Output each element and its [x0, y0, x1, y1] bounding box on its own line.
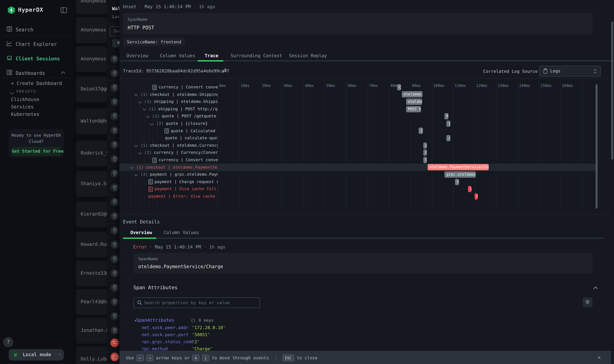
sidebar-item-search[interactable]: Search: [0, 24, 73, 35]
swap-arrows-icon[interactable]: [110, 338, 119, 347]
tab-trace[interactable]: Trace: [205, 53, 218, 58]
attribute-key[interactable]: net.sock.peer.addr: [142, 325, 188, 330]
gear-icon[interactable]: ⚙: [583, 298, 592, 307]
span-bar[interactable]: P: [444, 113, 448, 119]
location-pin-icon[interactable]: [110, 326, 119, 335]
location-pin-icon[interactable]: [110, 69, 119, 78]
row-chevron-down-icon[interactable]: [134, 92, 138, 96]
sidebar-collapse-icon[interactable]: [60, 7, 67, 14]
row-chevron-down-icon[interactable]: [134, 143, 138, 147]
attribute-value[interactable]: "50051": [192, 332, 210, 337]
session-card[interactable]: Kieran92@h: [76, 202, 107, 227]
span-bar[interactable]: c: [447, 135, 450, 141]
log-source-select[interactable]: Logs: [539, 66, 601, 77]
span-bar[interactable]: oteldemo.: [402, 91, 422, 98]
trace-tree-row[interactable]: (1)shipping | POST http://quo…POST ht: [0, 105, 596, 113]
sidebar-item-chart-explorer[interactable]: Chart Explorer: [0, 38, 73, 50]
tab-session-replay[interactable]: Session Replay: [289, 53, 327, 58]
local-mode-button[interactable]: U Local mode ›: [9, 349, 64, 361]
sidebar-item-dashboards[interactable]: Dashboards: [0, 67, 73, 78]
attribute-value[interactable]: "2": [192, 339, 200, 344]
tab-overview[interactable]: Overview: [127, 53, 148, 58]
row-chevron-down-icon[interactable]: [134, 172, 138, 176]
service-name-chip[interactable]: ServiceName: frontend: [123, 38, 185, 46]
trace-tree-row[interactable]: (1)checkout | oteldemo.ShippingSe…otelde…: [0, 91, 596, 98]
row-chevron-down-icon[interactable]: [138, 100, 142, 104]
attribute-value[interactable]: "172.28.0.10": [192, 325, 226, 330]
row-chevron-down-icon[interactable]: [146, 114, 150, 118]
strip-search-input[interactable]: Sea: [110, 26, 119, 36]
session-card[interactable]: Jonathan.B: [76, 318, 107, 344]
trace-tree-row[interactable]: (3)payment | grpc.oteldemo.Paymen…grpc.o…: [0, 171, 596, 178]
trace-tree-row[interactable]: payment | Error: Visa cache ful…E: [0, 193, 596, 200]
tab-column-values[interactable]: Column Values: [164, 230, 199, 235]
span-bar[interactable]: grpc.oteldemo.: [444, 171, 476, 178]
location-pin-icon[interactable]: [110, 240, 119, 249]
span-bar[interactable]: oteldemo.PaymentService/Char: [428, 164, 489, 170]
tab-overview[interactable]: Overview: [131, 230, 152, 235]
main-scrollbar-thumb[interactable]: [611, 22, 613, 160]
session-card[interactable]: Anonymous: [76, 46, 107, 72]
triangle-down-icon[interactable]: ▾: [135, 319, 136, 323]
span-bar[interactable]: E: [474, 193, 478, 199]
span-bar[interactable]: C: [423, 157, 427, 163]
session-card[interactable]: Ernesto33@: [76, 261, 107, 286]
row-chevron-down-icon[interactable]: [150, 121, 154, 125]
span-bar[interactable]: oteldemo: [406, 99, 422, 105]
attribute-value[interactable]: "Charge": [192, 346, 213, 351]
span-bar[interactable]: C: [397, 84, 401, 90]
trace-tree-row[interactable]: payment | Charge request rec…C: [0, 178, 596, 185]
session-card[interactable]: Dolly.Lubo: [76, 346, 107, 364]
location-pin-icon[interactable]: [110, 269, 119, 278]
location-pin-icon[interactable]: [110, 226, 119, 235]
sidebar-item-client-sessions[interactable]: Client Sessions: [0, 52, 73, 64]
collapse-chevron-icon[interactable]: [593, 286, 598, 290]
location-pin-icon[interactable]: [110, 212, 119, 221]
row-chevron-down-icon[interactable]: [130, 165, 134, 169]
terminal-icon[interactable]: [110, 353, 119, 361]
tab-column-values[interactable]: Column Values: [160, 53, 195, 58]
trace-tree-row[interactable]: payment | Visa cache full: c…V: [0, 185, 596, 193]
span-bar[interactable]: C: [419, 128, 423, 134]
span-bar[interactable]: {: [447, 120, 450, 127]
trace-tree-row[interactable]: currency | Convert convers…C: [0, 156, 596, 164]
tab-surrounding-context[interactable]: Surrounding Context: [231, 53, 282, 58]
attribute-key[interactable]: net.sock.peer.port: [142, 332, 188, 337]
waterfall-scrollbar[interactable]: [596, 84, 598, 208]
group-name[interactable]: SpanAttributes: [136, 317, 174, 323]
span-bar[interactable]: POST ht: [406, 106, 421, 112]
span-bar[interactable]: C: [455, 179, 459, 185]
session-card[interactable]: Anonymous: [76, 0, 107, 14]
trace-tree-row[interactable]: (1)checkout | oteldemo.CurrencySe…o: [0, 142, 596, 149]
strip-divider: [107, 223, 119, 224]
location-pin-icon[interactable]: [110, 255, 119, 263]
strip-chip-button[interactable]: H: [112, 39, 119, 47]
session-card[interactable]: Howard.Run: [76, 232, 107, 258]
attribute-key[interactable]: rpc.method: [142, 346, 168, 351]
trace-tree-row[interactable]: (2)quote | {closure}{: [0, 120, 596, 127]
location-pin-icon[interactable]: [110, 55, 119, 63]
session-card[interactable]: Anonymous: [76, 17, 107, 43]
attribute-key[interactable]: rpc.grpc.status_code: [142, 339, 194, 344]
trace-tree-row[interactable]: (1)quote | POST /getquoteP: [0, 113, 596, 120]
span-bar[interactable]: o: [423, 142, 427, 149]
session-card[interactable]: Pearl43@ho: [76, 289, 107, 315]
close-icon[interactable]: ×: [598, 354, 601, 361]
trace-tree-row[interactable]: quote | Calculated q…C: [0, 127, 596, 134]
trace-tree-row[interactable]: (1)currency | Currency/ConvertC: [0, 149, 596, 156]
location-pin-icon[interactable]: [110, 312, 119, 320]
span-bar[interactable]: V: [468, 186, 472, 192]
row-chevron-down-icon[interactable]: [138, 151, 142, 155]
location-pin-icon[interactable]: [110, 298, 119, 306]
span-bar[interactable]: C: [423, 150, 427, 156]
row-chevron-down-icon[interactable]: [142, 107, 146, 111]
attributes-group-row[interactable]: ▾SpanAttributes{}6 keys: [135, 316, 213, 323]
trace-tree-row[interactable]: (1)checkout | oteldemo.PaymentServi…otel…: [0, 164, 596, 171]
trace-tree-row[interactable]: (1)shipping | oteldemo.Shipping…oteldemo: [0, 98, 596, 105]
trace-tree-row[interactable]: quote | calculate-quotec: [0, 134, 596, 142]
location-pin-icon[interactable]: [110, 283, 119, 292]
attributes-search-input[interactable]: Search properties by key or value: [133, 298, 260, 308]
help-button[interactable]: ?: [3, 337, 13, 347]
trace-tree-row[interactable]: currency | Convert convers…C: [0, 83, 596, 91]
edit-pencil-icon[interactable]: [222, 68, 227, 73]
